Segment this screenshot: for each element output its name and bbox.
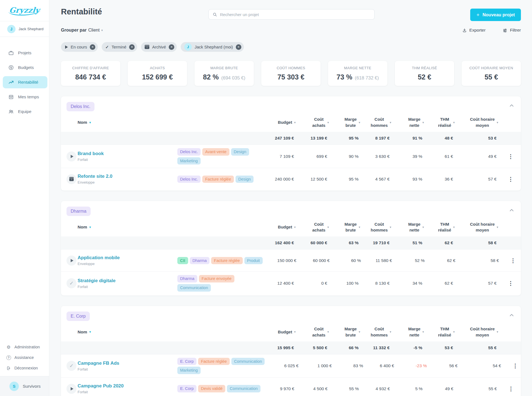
column-header-marge-nette[interactable]: Marge nette▾ bbox=[393, 326, 426, 338]
export-button[interactable]: Exporter bbox=[462, 28, 486, 33]
user-avatar: J bbox=[184, 43, 192, 51]
project-name-link[interactable]: Campagne FB Ads bbox=[78, 361, 177, 366]
column-header-budget[interactable]: Budget▾ bbox=[267, 329, 298, 335]
close-icon[interactable]: ✕ bbox=[169, 44, 174, 50]
negative-value: -23 % bbox=[398, 363, 431, 368]
row-menu-kebab-icon[interactable]: ⋮ bbox=[508, 153, 513, 160]
kpi-value: 75 303 € bbox=[277, 73, 304, 81]
row-menu-kebab-icon[interactable]: ⋮ bbox=[512, 362, 518, 369]
column-header-budget[interactable]: Budget▾ bbox=[267, 224, 298, 230]
project-name-link[interactable]: Stratégie digitale bbox=[78, 278, 177, 284]
status-check-icon[interactable]: ✓ bbox=[66, 361, 76, 371]
group-by-dropdown[interactable]: Grouper par Client ▾ bbox=[61, 28, 103, 33]
column-header-nom[interactable]: Nom▾ bbox=[78, 120, 267, 125]
row-menu-kebab-icon[interactable]: ⋮ bbox=[510, 257, 516, 264]
column-header-marge-brute[interactable]: Marge brute▾ bbox=[331, 221, 362, 233]
project-tags: Delos Inc. Avant-vente Design Marketing bbox=[177, 147, 267, 165]
project-name-link[interactable]: Brand book bbox=[78, 151, 177, 156]
column-header-cout-hommes[interactable]: Coût hommes▾ bbox=[362, 326, 393, 338]
column-header-thm-realise[interactable]: THM réalisé▾ bbox=[426, 221, 457, 233]
project-name-link[interactable]: Refonte site 2.0 bbox=[78, 174, 177, 179]
client-badge: Delos Inc. bbox=[66, 102, 94, 111]
tag: Dharma bbox=[190, 257, 210, 264]
collapse-chevron-icon[interactable] bbox=[510, 313, 514, 317]
close-icon[interactable]: ✕ bbox=[129, 44, 135, 50]
filter-chip-user[interactable]: J Jack Shephard (moi) ✕ bbox=[181, 42, 244, 52]
kpi-sub-value: (694 035 €) bbox=[221, 75, 245, 81]
status-check-icon[interactable]: ✓ bbox=[66, 278, 76, 288]
current-user[interactable]: J Jack Shephard bbox=[0, 21, 49, 37]
search-input[interactable] bbox=[220, 12, 370, 17]
new-project-button[interactable]: + Nouveau projet bbox=[470, 9, 521, 21]
status-play-icon[interactable] bbox=[66, 384, 76, 394]
column-header-nom[interactable]: Nom▾ bbox=[78, 330, 267, 335]
project-row: ✓ Campagne FB Ads Forfait E. Corp Factur… bbox=[61, 354, 521, 377]
group-by-label: Grouper par bbox=[61, 28, 86, 33]
sidebar-item-projets[interactable]: Projets bbox=[0, 47, 49, 59]
collapse-chevron-icon[interactable] bbox=[510, 208, 514, 212]
filter-chip-en-cours[interactable]: En cours ✕ bbox=[61, 42, 98, 52]
project-name-link[interactable]: Campagne Pub 2020 bbox=[78, 383, 177, 389]
tag: Avant-vente bbox=[202, 148, 229, 156]
column-header-cout-hommes[interactable]: Coût hommes▾ bbox=[362, 116, 393, 128]
column-header-budget[interactable]: Budget▾ bbox=[267, 119, 298, 125]
column-header-cout-horaire[interactable]: Coût horaire moyen▾ bbox=[457, 326, 500, 338]
briefcase-icon bbox=[8, 50, 14, 56]
column-header-cout-achats[interactable]: Coût achats▾ bbox=[298, 326, 331, 338]
status-play-icon[interactable] bbox=[66, 256, 76, 266]
gryzzly-logo: Gryzzly bbox=[8, 6, 41, 16]
group-totals-row: 162 400 € 60 000 € 63 % 19 710 € 51 % 62… bbox=[61, 236, 521, 249]
sidebar-item-rentabilite[interactable]: Rentabilité bbox=[3, 76, 47, 88]
sidebar-item-equipe[interactable]: Equipe bbox=[0, 106, 49, 118]
row-menu-kebab-icon[interactable]: ⋮ bbox=[508, 280, 513, 287]
sidebar-item-administration[interactable]: ⚙ Administration bbox=[0, 342, 49, 352]
status-play-icon[interactable] bbox=[66, 151, 76, 161]
column-header-cout-hommes[interactable]: Coût hommes▾ bbox=[362, 221, 393, 233]
logo-wrap: Gryzzly bbox=[0, 0, 49, 21]
sidebar-item-mes-temps[interactable]: Mes temps bbox=[0, 91, 49, 103]
collapse-chevron-icon[interactable] bbox=[510, 104, 514, 108]
check-icon: ✓ bbox=[105, 45, 109, 50]
column-header-marge-nette[interactable]: Marge nette▾ bbox=[393, 116, 426, 128]
close-icon[interactable]: ✕ bbox=[90, 44, 95, 50]
kpi-cout-hommes: COÛT HOMMES 75 303 € bbox=[261, 61, 321, 86]
project-search bbox=[208, 9, 375, 20]
filter-chip-termine[interactable]: ✓ Terminé ✕ bbox=[102, 42, 137, 52]
row-menu-kebab-icon[interactable]: ⋮ bbox=[508, 385, 514, 392]
kpi-label: ACHATS bbox=[150, 66, 165, 70]
column-header-cout-horaire[interactable]: Coût horaire moyen▾ bbox=[457, 221, 500, 233]
tag: Facture réglée bbox=[202, 176, 234, 183]
project-name-link[interactable]: Application mobile bbox=[78, 255, 177, 261]
filter-chip-archive[interactable]: ↓ Archivé ✕ bbox=[141, 42, 177, 52]
sort-caret-icon: ▾ bbox=[359, 330, 360, 334]
column-header-marge-nette[interactable]: Marge nette▾ bbox=[393, 221, 426, 233]
column-header-marge-brute[interactable]: Marge brute▾ bbox=[331, 116, 362, 128]
project-row: Application mobile Enveloppe CII Dharma … bbox=[61, 249, 521, 271]
column-header-cout-achats[interactable]: Coût achats▾ bbox=[298, 116, 331, 128]
kpi-value: 73 %(618 732 €) bbox=[337, 73, 379, 81]
sidebar-item-deconnexion[interactable]: Déconnexion bbox=[0, 363, 49, 373]
close-icon[interactable]: ✕ bbox=[236, 44, 241, 50]
tag: Communication bbox=[177, 284, 211, 292]
column-header-thm-realise[interactable]: THM réalisé▾ bbox=[426, 326, 457, 338]
project-row: Brand book Forfait Delos Inc. Avant-vent… bbox=[61, 145, 521, 168]
project-tags: Dharma Facture envoyée Communication bbox=[177, 274, 267, 292]
filter-button[interactable]: Filtrer bbox=[503, 28, 521, 33]
sidebar-item-assistance[interactable]: ? Assistance bbox=[0, 353, 49, 362]
column-header-marge-brute[interactable]: Marge brute▾ bbox=[331, 326, 362, 338]
column-header-nom[interactable]: Nom▾ bbox=[78, 225, 267, 230]
column-header-thm-realise[interactable]: THM réalisé▾ bbox=[426, 116, 457, 128]
column-header-cout-achats[interactable]: Coût achats▾ bbox=[298, 221, 331, 233]
client-badge: Dharma bbox=[66, 207, 91, 216]
sort-caret-icon: ▾ bbox=[453, 330, 455, 334]
row-menu-kebab-icon[interactable]: ⋮ bbox=[508, 176, 513, 182]
sidebar-item-budgets[interactable]: Budgets bbox=[0, 61, 49, 74]
table-header-row: Nom▾ Budget▾ Coût achats▾ Marge brute▾ C… bbox=[61, 113, 521, 132]
workspace-switcher[interactable]: S Survivors bbox=[0, 376, 49, 396]
project-type: Forfait bbox=[78, 390, 177, 394]
column-header-cout-horaire[interactable]: Coût horaire moyen▾ bbox=[457, 116, 500, 128]
table-header-row: Nom▾ Budget▾ Coût achats▾ Marge brute▾ C… bbox=[61, 218, 521, 236]
status-archive-icon[interactable]: ↓ bbox=[66, 174, 76, 184]
search-icon bbox=[213, 12, 217, 17]
group-header: Dharma bbox=[61, 201, 521, 218]
